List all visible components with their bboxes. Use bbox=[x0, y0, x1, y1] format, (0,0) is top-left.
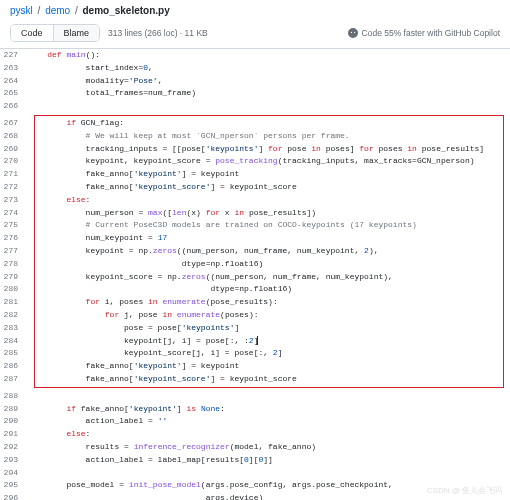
code-line: keypoint_score = np.zeros((num_person, n… bbox=[28, 271, 503, 284]
breadcrumb: pyskl / demo / demo_skeleton.py bbox=[0, 0, 510, 20]
line-number[interactable]: 289 bbox=[0, 403, 28, 416]
line-number[interactable]: 285 bbox=[0, 347, 28, 360]
line-number[interactable]: 263 bbox=[0, 62, 28, 75]
code-line: fake_anno['keypoint_score'] = keypoint_s… bbox=[28, 181, 503, 194]
code-line: for i, poses in enumerate(pose_results): bbox=[28, 296, 503, 309]
code-line: else: bbox=[28, 428, 510, 441]
code-line: keypoint = np.zeros((num_person, num_fra… bbox=[28, 245, 503, 258]
code-line: fake_anno['keypoint'] = keypoint bbox=[28, 360, 503, 373]
line-number[interactable]: 281 bbox=[0, 296, 28, 309]
file-meta: 313 lines (266 loc) · 11 KB bbox=[108, 28, 208, 38]
copilot-banner[interactable]: Code 55% faster with GitHub Copilot bbox=[348, 28, 500, 38]
line-number[interactable]: 292 bbox=[0, 441, 28, 454]
line-number[interactable]: 290 bbox=[0, 415, 28, 428]
copilot-icon bbox=[348, 28, 358, 38]
highlighted-region: 267 if GCN_flag: 268 # We will keep at m… bbox=[34, 115, 504, 388]
code-view[interactable]: 227 def main(): 263 start_index=0, 264 m… bbox=[0, 49, 510, 500]
line-number[interactable]: 277 bbox=[0, 245, 28, 258]
code-line: # Current PoseC3D models are trained on … bbox=[28, 219, 503, 232]
line-number[interactable]: 288 bbox=[0, 390, 28, 403]
line-number[interactable]: 295 bbox=[0, 479, 28, 492]
line-number[interactable]: 265 bbox=[0, 87, 28, 100]
line-number[interactable]: 293 bbox=[0, 454, 28, 467]
line-number[interactable]: 284 bbox=[0, 335, 28, 348]
code-line: num_person = max([len(x) for x in pose_r… bbox=[28, 207, 503, 220]
code-line: def main(): bbox=[28, 49, 510, 62]
line-number[interactable]: 276 bbox=[0, 232, 28, 245]
line-number[interactable]: 271 bbox=[0, 168, 28, 181]
code-line bbox=[28, 390, 510, 403]
line-number[interactable]: 267 bbox=[0, 117, 28, 130]
code-line: pose = pose['keypoints'] bbox=[28, 322, 503, 335]
file-toolbar: Code Blame 313 lines (266 loc) · 11 KB C… bbox=[0, 20, 510, 49]
code-line: tracking_inputs = [[pose['keypoints'] fo… bbox=[28, 143, 503, 156]
code-line: results = inference_recognizer(model, fa… bbox=[28, 441, 510, 454]
copilot-text: Code 55% faster with GitHub Copilot bbox=[362, 28, 500, 38]
code-line: if GCN_flag: bbox=[28, 117, 503, 130]
code-line bbox=[28, 100, 510, 113]
line-number[interactable]: 296 bbox=[0, 492, 28, 500]
line-number[interactable]: 283 bbox=[0, 322, 28, 335]
watermark: CSDN @ 鱼儿会飞吗 bbox=[427, 485, 502, 496]
line-number[interactable]: 294 bbox=[0, 467, 28, 480]
code-line: if fake_anno['keypoint'] is None: bbox=[28, 403, 510, 416]
line-number[interactable]: 274 bbox=[0, 207, 28, 220]
line-number[interactable]: 287 bbox=[0, 373, 28, 386]
code-line: total_frames=num_frame) bbox=[28, 87, 510, 100]
code-tab[interactable]: Code bbox=[11, 25, 53, 41]
code-line: keypoint[j, i] = pose[:, :2] bbox=[28, 335, 503, 348]
line-number[interactable]: 282 bbox=[0, 309, 28, 322]
code-line: else: bbox=[28, 194, 503, 207]
code-line: dtype=np.float16) bbox=[28, 258, 503, 271]
line-number[interactable]: 280 bbox=[0, 283, 28, 296]
line-number[interactable]: 268 bbox=[0, 130, 28, 143]
code-line: for j, pose in enumerate(poses): bbox=[28, 309, 503, 322]
code-line: action_label = '' bbox=[28, 415, 510, 428]
line-number[interactable]: 266 bbox=[0, 100, 28, 113]
line-number[interactable]: 278 bbox=[0, 258, 28, 271]
line-number[interactable]: 264 bbox=[0, 75, 28, 88]
code-line: keypoint_score[j, i] = pose[:, 2] bbox=[28, 347, 503, 360]
code-line bbox=[28, 467, 510, 480]
breadcrumb-sep: / bbox=[38, 5, 41, 16]
code-line: modality='Pose', bbox=[28, 75, 510, 88]
line-number[interactable]: 227 bbox=[0, 49, 28, 62]
line-number[interactable]: 286 bbox=[0, 360, 28, 373]
code-line: fake_anno['keypoint'] = keypoint bbox=[28, 168, 503, 181]
code-line: fake_anno['keypoint_score'] = keypoint_s… bbox=[28, 373, 503, 386]
breadcrumb-mid[interactable]: demo bbox=[45, 5, 70, 16]
breadcrumb-sep: / bbox=[75, 5, 78, 16]
breadcrumb-root[interactable]: pyskl bbox=[10, 5, 33, 16]
code-line: num_keypoint = 17 bbox=[28, 232, 503, 245]
line-number[interactable]: 270 bbox=[0, 155, 28, 168]
code-line: start_index=0, bbox=[28, 62, 510, 75]
line-number[interactable]: 275 bbox=[0, 219, 28, 232]
code-line: keypoint, keypoint_score = pose_tracking… bbox=[28, 155, 503, 168]
code-line: action_label = label_map[results[0][0]] bbox=[28, 454, 510, 467]
line-number[interactable]: 279 bbox=[0, 271, 28, 284]
blame-tab[interactable]: Blame bbox=[53, 25, 100, 41]
line-number[interactable]: 273 bbox=[0, 194, 28, 207]
breadcrumb-file: demo_skeleton.py bbox=[83, 5, 170, 16]
line-number[interactable]: 269 bbox=[0, 143, 28, 156]
code-line: dtype=np.float16) bbox=[28, 283, 503, 296]
line-number[interactable]: 291 bbox=[0, 428, 28, 441]
view-tabs: Code Blame bbox=[10, 24, 100, 42]
code-line: # We will keep at most `GCN_nperson` per… bbox=[28, 130, 503, 143]
line-number[interactable]: 272 bbox=[0, 181, 28, 194]
